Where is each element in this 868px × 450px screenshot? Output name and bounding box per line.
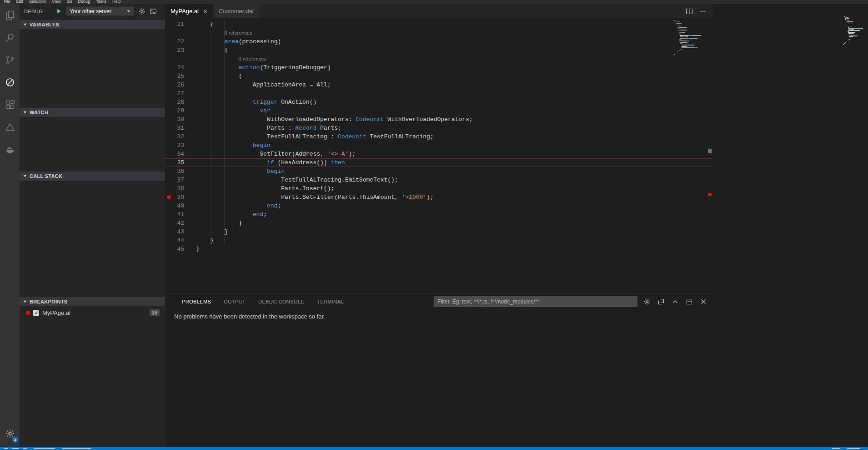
code-text[interactable]: } (184, 219, 242, 228)
code-text[interactable]: Parts : Record Parts; (184, 124, 341, 132)
codelens-references-link[interactable]: 0 references (224, 30, 252, 35)
breakpoint-margin[interactable] (165, 158, 172, 167)
menu-item-go[interactable]: Go (66, 0, 72, 4)
menu-item-tasks[interactable]: Tasks (96, 0, 106, 4)
extensions-activity-button[interactable] (0, 93, 20, 116)
breakpoint-margin[interactable] (165, 55, 172, 63)
panel-tab-problems[interactable]: PROBLEMS (182, 299, 211, 304)
menu-item-edit[interactable]: Edit (16, 0, 24, 4)
section-header-breakpoints[interactable]: BREAKPOINTS (20, 297, 165, 306)
code-editor[interactable]: 21{0 references22area(processing)23{0 re… (165, 18, 713, 293)
code-text[interactable]: end; (184, 202, 281, 210)
breakpoint-margin[interactable] (165, 132, 172, 141)
code-text[interactable]: WithOverloadedOperators: Codeunit WithOv… (184, 115, 473, 124)
codelens-references-link[interactable]: 0 references (239, 56, 266, 61)
code-text[interactable]: SetFilter(Address, '<> A'); (184, 150, 356, 158)
code-text[interactable]: area(processing) (184, 37, 281, 46)
configure-gear-icon[interactable] (138, 8, 146, 15)
menu-item-file[interactable]: File (4, 0, 10, 4)
breakpoint-margin[interactable] (165, 219, 172, 228)
breakpoint-margin[interactable] (165, 81, 172, 89)
code-text[interactable]: Parts.SetFilter(Parts.ThisAmount, '>1000… (184, 193, 434, 202)
open-panels-button[interactable] (656, 297, 666, 307)
code-text[interactable]: { (184, 72, 242, 81)
code-text[interactable]: { (184, 20, 214, 29)
breakpoint-margin[interactable] (165, 115, 172, 124)
source-control-activity-button[interactable] (0, 49, 20, 71)
files-activity-button[interactable] (0, 4, 20, 26)
breakpoint-margin[interactable] (165, 29, 172, 37)
editor-tab-customer.dal[interactable]: Customer.dal (213, 4, 260, 18)
debug-console-icon[interactable] (150, 8, 157, 15)
breakpoint-item[interactable]: MyPAge.al39 (20, 308, 165, 318)
breakpoint-margin[interactable] (165, 106, 172, 115)
menu-item-view[interactable]: View (52, 0, 60, 4)
code-text[interactable]: TestFullALTracing : Codeunit TestFullALT… (184, 132, 434, 141)
debug-activity-button[interactable] (0, 71, 20, 93)
panel-tab-debug-console[interactable]: DEBUG CONSOLE (258, 299, 304, 304)
breakpoint-margin[interactable] (165, 124, 172, 132)
breakpoint-margin[interactable] (165, 176, 172, 184)
docker-activity-button[interactable] (0, 138, 20, 160)
code-text[interactable]: trigger OnAction() (184, 98, 316, 106)
section-header-variables[interactable]: VARIABLES (20, 20, 165, 29)
code-text[interactable]: } (184, 228, 228, 236)
filter-gear-button[interactable] (642, 297, 652, 307)
code-text[interactable]: { (184, 46, 228, 55)
maximize-panel-button[interactable] (670, 297, 680, 307)
breakpoint-margin[interactable] (165, 184, 172, 193)
code-text[interactable]: action(TriggeringDebugger) (184, 63, 331, 72)
panel-tab-terminal[interactable]: TERMINAL (317, 299, 344, 304)
breakpoint-margin[interactable] (165, 63, 172, 72)
codelens-text[interactable]: 0 references (184, 55, 266, 63)
breakpoint-margin[interactable] (165, 89, 172, 98)
code-text[interactable]: } (184, 236, 214, 245)
more-actions-button[interactable] (698, 7, 707, 16)
breakpoint-margin[interactable] (165, 150, 172, 158)
code-text[interactable]: ApplicationArea = All; (184, 81, 331, 89)
breakpoint-margin[interactable] (165, 46, 172, 55)
problems-filter-input[interactable] (434, 296, 637, 307)
section-header-watch[interactable]: WATCH (20, 108, 165, 117)
code-text[interactable]: Parts.Insert(); (184, 184, 334, 193)
breakpoint-margin[interactable] (165, 72, 172, 81)
breakpoint-margin[interactable] (165, 228, 172, 236)
overview-ruler[interactable] (707, 18, 713, 293)
code-text[interactable]: begin (184, 167, 285, 176)
codelens-text[interactable]: 0 references (184, 29, 252, 37)
debug-config-select[interactable]: Your other server (66, 6, 134, 16)
breakpoint-margin[interactable] (165, 236, 172, 245)
split-editor-button[interactable] (685, 7, 694, 16)
breakpoint-margin[interactable] (165, 37, 172, 46)
breakpoint-margin[interactable] (165, 167, 172, 176)
breakpoint-margin[interactable] (165, 193, 172, 202)
start-debug-icon[interactable] (56, 8, 62, 14)
split-panel-button[interactable] (684, 297, 694, 307)
breakpoint-margin[interactable] (165, 20, 172, 29)
code-text[interactable]: begin (184, 141, 271, 150)
breakpoint-margin[interactable] (165, 141, 172, 150)
close-panel-button[interactable] (698, 297, 708, 307)
section-header-call-stack[interactable]: CALL STACK (20, 172, 165, 181)
breakpoint-margin[interactable] (165, 202, 172, 210)
menu-item-debug[interactable]: Debug (78, 0, 90, 4)
breakpoint-margin[interactable] (165, 98, 172, 106)
code-text[interactable]: end; (184, 210, 267, 219)
editor-tab-mypage.al[interactable]: MyPAge.al× (165, 4, 213, 18)
code-text[interactable]: var (184, 106, 271, 115)
breakpoint-margin[interactable] (165, 210, 172, 219)
minimap[interactable] (673, 20, 699, 57)
menu-item-selection[interactable]: Selection (29, 0, 46, 4)
breakpoint-checkbox[interactable] (33, 310, 39, 316)
code-text[interactable]: if (HasAddress()) then (184, 158, 345, 167)
menu-item-help[interactable]: Help (112, 0, 121, 4)
al-extension-activity-button[interactable] (0, 116, 20, 138)
code-text[interactable]: } (184, 245, 200, 253)
code-text[interactable] (184, 89, 196, 98)
close-tab-icon[interactable]: × (203, 8, 207, 15)
search-activity-button[interactable] (0, 26, 20, 49)
settings-button[interactable]: 1 (0, 424, 20, 443)
breakpoint-margin[interactable] (165, 245, 172, 253)
code-text[interactable]: TestFullALTracing.EmitSomeText(); (184, 176, 398, 184)
panel-tab-output[interactable]: OUTPUT (224, 299, 246, 304)
